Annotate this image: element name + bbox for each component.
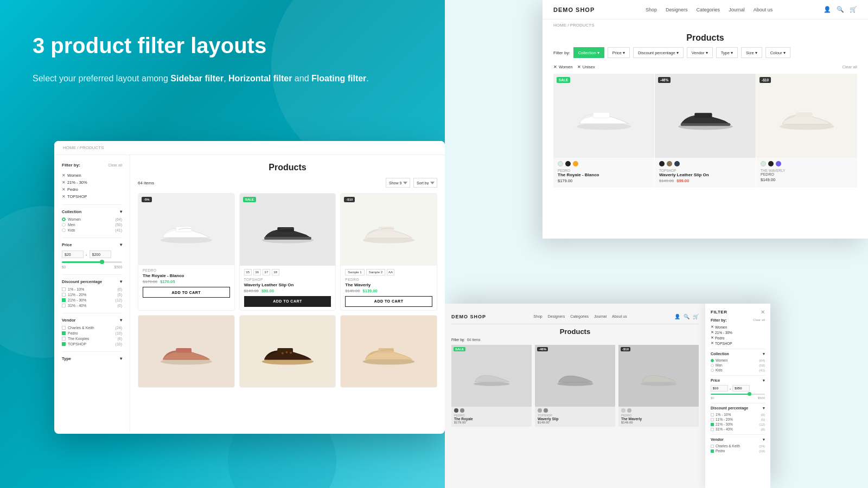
br-search-icon[interactable]: 🔍 <box>684 314 690 319</box>
sale-price-2: $90.00 <box>261 288 274 293</box>
brf-x-women[interactable]: ✕ <box>711 325 714 329</box>
collection-kids[interactable]: Kids (41) <box>62 228 122 232</box>
filter-btn-vendor[interactable]: Vendor ▾ <box>687 47 713 58</box>
color-dot-2b[interactable] <box>667 161 672 166</box>
color-dot-2c[interactable] <box>674 161 680 166</box>
brf-slider-thumb[interactable] <box>748 392 751 396</box>
brf-close-btn[interactable]: ✕ <box>761 309 765 315</box>
color-dot-1c[interactable] <box>573 161 578 166</box>
remove-discount-icon[interactable]: ✕ <box>62 180 66 185</box>
cart-icon[interactable]: 🛒 <box>850 6 857 13</box>
brf-x-pedro[interactable]: ✕ <box>711 336 714 340</box>
discount-11-20[interactable]: 11% - 20% (5) <box>62 293 122 297</box>
add-to-cart-2[interactable]: ADD TO CART <box>244 296 331 307</box>
discount-21-30[interactable]: 21% - 30% (12) <box>62 298 122 302</box>
size-36[interactable]: 36 <box>253 269 261 275</box>
br-dot-2a[interactable] <box>538 408 542 413</box>
filter-tag-topshop: ✕ TOPSHOP <box>62 194 122 199</box>
af-clear-all[interactable]: Clear all <box>842 65 857 69</box>
filter-btn-price[interactable]: Price ▾ <box>608 47 630 58</box>
sort-select[interactable]: Sort by <box>413 178 437 188</box>
brf-x-topshop[interactable]: ✕ <box>711 341 714 345</box>
brf-vendor-pedro[interactable]: Pedro (10) <box>711 449 765 453</box>
color-dot-3c[interactable] <box>776 161 781 166</box>
nav-about[interactable]: About us <box>754 7 773 12</box>
br-nav-shop[interactable]: Shop <box>533 314 542 318</box>
nav-journal[interactable]: Journal <box>729 7 745 12</box>
nav-designers[interactable]: Designers <box>666 7 688 12</box>
clear-all-btn[interactable]: Clear all <box>108 163 122 167</box>
brf-price-to[interactable] <box>732 385 750 391</box>
show-select[interactable]: Show 9 <box>386 178 410 188</box>
brf-x-discount[interactable]: ✕ <box>711 330 714 335</box>
br-dot-3a[interactable] <box>621 408 626 413</box>
br-cart-icon[interactable]: 🛒 <box>693 314 699 319</box>
vendor-topshop[interactable]: TOPSHOP (10) <box>62 342 122 346</box>
vendor-kooples-label: The Kooples <box>68 337 89 341</box>
color-dot-3b[interactable] <box>768 161 774 166</box>
brf-vendor-charles[interactable]: Charles & Keith (24) <box>711 444 765 448</box>
price-slider-thumb[interactable] <box>100 260 104 264</box>
sample-1[interactable]: Sample 1 <box>345 269 364 275</box>
color-dot-2a[interactable] <box>659 161 665 166</box>
br-dot-3b[interactable] <box>627 408 631 413</box>
remove-topshop-icon[interactable]: ✕ <box>62 194 66 199</box>
color-dot-3a[interactable] <box>761 161 766 166</box>
discount-31-40[interactable]: 31% - 40% (0) <box>62 304 122 307</box>
collection-women[interactable]: Women (64) <box>62 217 122 221</box>
filter-btn-discount[interactable]: Discount percentage ▾ <box>633 47 684 58</box>
price-slider[interactable] <box>62 261 122 263</box>
add-to-cart-1[interactable]: ADD TO CART <box>143 287 230 298</box>
br-dot-2b[interactable] <box>544 408 548 413</box>
brf-opt-women[interactable]: Women (64) <box>711 358 765 362</box>
remove-women-icon[interactable]: ✕ <box>62 173 66 178</box>
vendor-pedro[interactable]: Pedro (10) <box>62 331 122 335</box>
tr-price-1: $179.00 <box>558 178 650 183</box>
vendor-charles[interactable]: Charles & Keith (24) <box>62 326 122 330</box>
size-37[interactable]: 37 <box>263 269 270 275</box>
br-nav-categories[interactable]: Categories <box>570 314 589 318</box>
brf-disc-11-20[interactable]: 11% - 20% (5) <box>711 418 765 421</box>
filter-btn-size[interactable]: Size ▾ <box>741 47 762 58</box>
add-to-cart-3[interactable]: ADD TO CART <box>345 296 432 307</box>
size-35[interactable]: 35 <box>244 269 252 275</box>
size-aa[interactable]: AA <box>387 269 394 275</box>
product-price-1: $179.00 $170.05 <box>143 279 230 284</box>
br-user-icon[interactable]: 👤 <box>674 314 680 319</box>
brf-cb-11-20 <box>711 418 714 421</box>
search-icon[interactable]: 🔍 <box>837 6 844 13</box>
br-nav-journal[interactable]: Journal <box>594 314 607 318</box>
vendor-kooples[interactable]: The Kooples (6) <box>62 337 122 341</box>
br-dot-1a[interactable] <box>454 408 458 413</box>
color-dot-1b[interactable] <box>565 161 571 166</box>
brf-opt-men[interactable]: Men (50) <box>711 363 765 367</box>
discount-1-10[interactable]: 1% - 10% (0) <box>62 287 122 291</box>
color-dot-1a[interactable] <box>558 161 563 166</box>
brf-disc-31-40[interactable]: 31% - 40% (0) <box>711 427 765 431</box>
br-nav-about[interactable]: About us <box>612 314 627 318</box>
filter-btn-colour[interactable]: Colour ▾ <box>765 47 790 58</box>
price-to-input[interactable] <box>90 251 111 258</box>
filter-btn-type[interactable]: Type ▾ <box>716 47 738 58</box>
tr-shoe-svg-1 <box>571 99 637 132</box>
size-38[interactable]: 38 <box>272 269 279 275</box>
user-icon[interactable]: 👤 <box>824 6 831 13</box>
price-from-input[interactable] <box>62 251 84 258</box>
brf-price-slider[interactable] <box>711 394 765 395</box>
sample-2[interactable]: Sample 2 <box>366 269 385 275</box>
brf-clear-all[interactable]: Clear all <box>753 318 765 322</box>
brf-disc-1-10[interactable]: 1% - 10% (0) <box>711 413 765 416</box>
nav-shop[interactable]: Shop <box>646 7 657 12</box>
af-x-women[interactable]: ✕ <box>553 65 557 69</box>
remove-pedro-icon[interactable]: ✕ <box>62 187 66 192</box>
brf-disc-21-30[interactable]: 21% - 30% (12) <box>711 422 765 426</box>
brf-opt-kids[interactable]: Kids (41) <box>711 368 765 372</box>
filter-tag-discount: ✕ 21% - 30% <box>62 180 122 185</box>
filter-btn-collection[interactable]: Collection ▾ <box>573 47 604 58</box>
nav-categories[interactable]: Categories <box>697 7 720 12</box>
brf-price-from[interactable] <box>711 385 728 391</box>
br-nav-designers[interactable]: Designers <box>548 314 565 318</box>
af-x-unisex[interactable]: ✕ <box>577 65 581 69</box>
collection-men[interactable]: Men (50) <box>62 223 122 227</box>
br-dot-1b[interactable] <box>460 408 464 413</box>
